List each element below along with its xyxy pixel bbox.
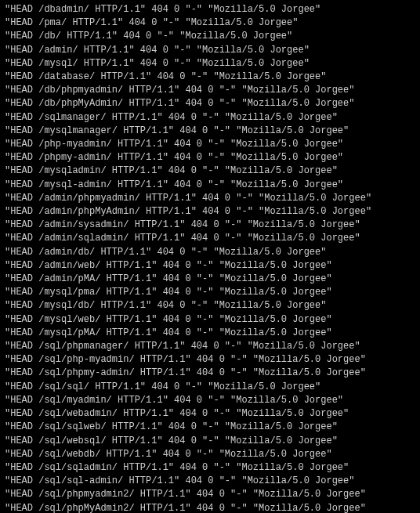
log-line: "HEAD /admin/db/ HTTP/1.1" 404 0 "-" "Mo… xyxy=(5,246,415,259)
log-line: "HEAD /sql/phpmanager/ HTTP/1.1" 404 0 "… xyxy=(5,340,415,353)
log-line: "HEAD /mysql/ HTTP/1.1" 404 0 "-" "Mozil… xyxy=(5,57,415,70)
terminal-log-output: "HEAD /dbadmin/ HTTP/1.1" 404 0 "-" "Moz… xyxy=(5,3,415,513)
log-line: "HEAD /admin/sqladmin/ HTTP/1.1" 404 0 "… xyxy=(5,232,415,245)
log-line: "HEAD /dbadmin/ HTTP/1.1" 404 0 "-" "Moz… xyxy=(5,3,415,16)
log-line: "HEAD /mysql/pMA/ HTTP/1.1" 404 0 "-" "M… xyxy=(5,327,415,340)
log-line: "HEAD /mysql/db/ HTTP/1.1" 404 0 "-" "Mo… xyxy=(5,299,415,312)
log-line: "HEAD /db/phpmyadmin/ HTTP/1.1" 404 0 "-… xyxy=(5,84,415,97)
log-line: "HEAD /admin/web/ HTTP/1.1" 404 0 "-" "M… xyxy=(5,259,415,273)
log-line: "HEAD /db/phpMyAdmin/ HTTP/1.1" 404 0 "-… xyxy=(5,97,415,110)
log-line: "HEAD /sql/phpmyadmin2/ HTTP/1.1" 404 0 … xyxy=(5,488,415,501)
log-line: "HEAD /sql/sqladmin/ HTTP/1.1" 404 0 "-"… xyxy=(5,461,415,475)
log-line: "HEAD /mysqladmin/ HTTP/1.1" 404 0 "-" "… xyxy=(5,164,415,178)
log-line: "HEAD /admin/pMA/ HTTP/1.1" 404 0 "-" "M… xyxy=(5,273,415,286)
log-line: "HEAD /pma/ HTTP/1.1" 404 0 "-" "Mozilla… xyxy=(5,16,415,30)
log-line: "HEAD /sql/sql/ HTTP/1.1" 404 0 "-" "Moz… xyxy=(5,381,415,394)
log-line: "HEAD /sql/phpMyAdmin2/ HTTP/1.1" 404 0 … xyxy=(5,502,415,513)
log-line: "HEAD /admin/ HTTP/1.1" 404 0 "-" "Mozil… xyxy=(5,44,415,57)
log-line: "HEAD /admin/phpMyAdmin/ HTTP/1.1" 404 0… xyxy=(5,205,415,219)
log-line: "HEAD /mysqlmanager/ HTTP/1.1" 404 0 "-"… xyxy=(5,125,415,138)
log-line: "HEAD /sql/sqlweb/ HTTP/1.1" 404 0 "-" "… xyxy=(5,421,415,434)
log-line: "HEAD /sql/sql-admin/ HTTP/1.1" 404 0 "-… xyxy=(5,475,415,488)
log-line: "HEAD /admin/phpmyadmin/ HTTP/1.1" 404 0… xyxy=(5,192,415,205)
log-line: "HEAD /database/ HTTP/1.1" 404 0 "-" "Mo… xyxy=(5,70,415,84)
log-line: "HEAD /sql/phpmy-admin/ HTTP/1.1" 404 0 … xyxy=(5,367,415,380)
log-line: "HEAD /mysql-admin/ HTTP/1.1" 404 0 "-" … xyxy=(5,179,415,192)
log-line: "HEAD /sql/myadmin/ HTTP/1.1" 404 0 "-" … xyxy=(5,394,415,407)
log-line: "HEAD /php-myadmin/ HTTP/1.1" 404 0 "-" … xyxy=(5,138,415,151)
log-line: "HEAD /sqlmanager/ HTTP/1.1" 404 0 "-" "… xyxy=(5,111,415,125)
log-line: "HEAD /db/ HTTP/1.1" 404 0 "-" "Mozilla/… xyxy=(5,30,415,43)
log-line: "HEAD /mysql/web/ HTTP/1.1" 404 0 "-" "M… xyxy=(5,313,415,327)
log-line: "HEAD /sql/webdb/ HTTP/1.1" 404 0 "-" "M… xyxy=(5,448,415,461)
log-line: "HEAD /mysql/pma/ HTTP/1.1" 404 0 "-" "M… xyxy=(5,286,415,299)
log-line: "HEAD /sql/webadmin/ HTTP/1.1" 404 0 "-"… xyxy=(5,407,415,421)
log-line: "HEAD /sql/websql/ HTTP/1.1" 404 0 "-" "… xyxy=(5,435,415,448)
log-line: "HEAD /sql/php-myadmin/ HTTP/1.1" 404 0 … xyxy=(5,353,415,367)
log-line: "HEAD /phpmy-admin/ HTTP/1.1" 404 0 "-" … xyxy=(5,151,415,164)
log-line: "HEAD /admin/sysadmin/ HTTP/1.1" 404 0 "… xyxy=(5,219,415,232)
